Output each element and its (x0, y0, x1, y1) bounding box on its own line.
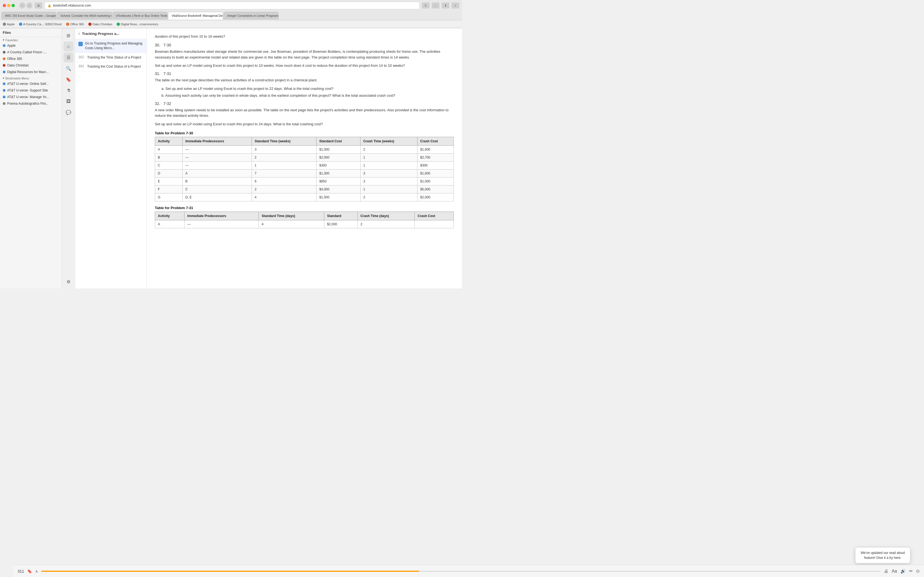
th-activity-30: Activity (155, 137, 183, 145)
tab-bar: ARE 155 Excel Study Guide – Google Sheet… (0, 11, 462, 20)
tab-are155[interactable]: ARE 155 Excel Study Guide – Google Sheet… (2, 12, 57, 19)
td-crashtime-31: 2 (357, 220, 415, 228)
table-cell: 6 (252, 177, 316, 185)
table-cell: F (155, 185, 183, 193)
problem30-subtext: Set up and solve an LP model using Excel… (155, 63, 454, 69)
table-cell: 2 (360, 145, 417, 153)
table-cell: $1,500 (317, 193, 360, 201)
p32-id: 7-32 (163, 102, 171, 106)
sidebar-item-oaks[interactable]: Oaks Christian (0, 62, 61, 69)
tab-vitalsource[interactable]: VitalSource Bookshelf: Managerial Decisi… (168, 12, 223, 19)
th-crashtime-31: Crash Time (days) (357, 211, 415, 220)
problem31-sub-a: a. Set up and solve an LP model using Ex… (162, 86, 454, 92)
table-cell: $2,000 (317, 153, 360, 161)
nav-search-icon[interactable]: 🔍 (63, 63, 73, 73)
sidebar-item-office365[interactable]: Office 365 (0, 55, 61, 62)
table-cell: A (183, 169, 252, 177)
download-button[interactable]: ↓ (432, 2, 439, 8)
fav-oaks[interactable]: Oaks Christian (88, 23, 112, 26)
new-tab-button[interactable]: + (452, 2, 459, 8)
table-row: C—1$3001$300 (155, 161, 454, 169)
sidebar-item-atnt2[interactable]: AT&T U-verse- Support Site (0, 87, 61, 94)
fav-ebsco[interactable]: A Country Ca...: EBSCOhost (19, 23, 61, 26)
p31-num: 31. (155, 71, 160, 76)
td-a-31: A (155, 220, 184, 228)
share-button[interactable]: ⬆ (442, 2, 449, 8)
fav-office365-label: Office 365 (70, 23, 84, 26)
problem32-text2: Set up and solve an LP model using Excel… (155, 121, 454, 127)
refresh-button[interactable]: ↻ (422, 2, 430, 8)
th-crashcost-30: Crash Cost (417, 137, 454, 145)
minimize-button[interactable] (7, 4, 10, 7)
atnt3-icon (3, 96, 5, 98)
fav-office365[interactable]: Office 365 (66, 23, 84, 26)
country-icon (3, 51, 5, 53)
sidebar-item-digital[interactable]: Digital Resources for Macr... (0, 69, 61, 75)
nav-chat-icon[interactable]: 💬 (63, 108, 73, 117)
table-7-31: Activity Immediate Predecessors Standard… (155, 211, 454, 228)
nav-flask-icon[interactable]: ⚗ (63, 85, 73, 95)
table30-title: Table for Problem 7-30 (155, 131, 454, 135)
oaks-dot (88, 23, 92, 26)
nav-grid-icon[interactable]: ⊞ (63, 31, 73, 40)
forward-button[interactable]: › (26, 2, 32, 8)
sidebar-atnt3-label: AT&T U-verse- Manage Yo... (7, 95, 49, 99)
nav-settings-icon[interactable]: ⚙ (63, 277, 73, 287)
tab-solved[interactable]: Solved: Consider the MSA marketing resea… (57, 12, 112, 19)
close-button[interactable] (3, 4, 6, 7)
nav-image-icon[interactable]: 🖼 (63, 97, 73, 106)
atnt1-icon (3, 82, 5, 85)
tab-etextbooks[interactable]: eTextbooks | Rent or Buy Online Textbook… (113, 12, 168, 19)
tab-overview-button[interactable]: ⊞ (35, 2, 42, 8)
table-cell: $1,600 (417, 145, 454, 153)
problem30-text: Bowman Builders manufactures steel stora… (155, 49, 454, 60)
table-cell: E (155, 177, 183, 185)
nav-list-icon[interactable]: ☰ (63, 53, 73, 62)
sidebar-item-poema[interactable]: Poema Autobiografico Fini... (0, 100, 61, 107)
tab-integer[interactable]: Integer Constraints in Linear Programmin… (224, 12, 279, 19)
problem31-label: 31. 7-31 (155, 71, 454, 76)
table-cell: $1,000 (317, 145, 360, 153)
bookmarks-section-label: ▾ Bookmarks Menu (0, 75, 61, 81)
p30-id: 7-30 (163, 43, 171, 47)
sidebar-item-apple[interactable]: Apple (0, 42, 61, 49)
sidebar-item-atnt3[interactable]: AT&T U-verse- Manage Yo... (0, 94, 61, 100)
left-nav: ⊞ ⌂ ☰ 🔍 🔖 ⚗ 🖼 💬 ⚙ (62, 28, 75, 288)
fav-apple[interactable]: Apple (3, 23, 15, 26)
sidebar-country-label: A Country Called Prison :... (7, 50, 47, 54)
address-bar[interactable]: 🔒 bookshelf.vitalsource.com (45, 2, 420, 9)
sidebar-item-country[interactable]: A Country Called Prison :... (0, 49, 61, 55)
nav-bookmark-icon[interactable]: 🔖 (63, 74, 73, 84)
th-crashtime-30: Crash Time (weeks) (360, 137, 417, 145)
th-activity-31: Activity (155, 211, 184, 220)
table-cell: G (155, 193, 183, 201)
table-cell: 1 (360, 161, 417, 169)
toc-back-button[interactable]: ‹ (78, 31, 80, 36)
toc-item-303[interactable]: 303 Tracking the Cost Status of a Projec… (75, 62, 146, 71)
url-text: bookshelf.vitalsource.com (53, 3, 91, 7)
table-row: B—2$2,0001$2,700 (155, 153, 454, 161)
main-layout: Files ▾ Favorites Apple A Country Called… (0, 28, 462, 288)
table-cell: 2 (360, 193, 417, 201)
table-cell: 3 (360, 177, 417, 185)
sidebar-digital-label: Digital Resources for Macr... (7, 70, 48, 74)
browser-toolbar: ‹ › ⊞ 🔒 bookshelf.vitalsource.com ↻ ↓ ⬆ … (0, 0, 462, 11)
table-cell: $1,600 (417, 169, 454, 177)
table-cell: $2,700 (417, 153, 454, 161)
toc-item-icon (78, 42, 83, 46)
fav-digital[interactable]: Digital Reso...croeconomics (116, 23, 158, 26)
table-row: EB6$8503$1,000 (155, 177, 454, 185)
nav-home-icon[interactable]: ⌂ (63, 42, 73, 52)
sidebar-item-atnt1[interactable]: AT&T U-verse- Online Self... (0, 81, 61, 87)
p30-num: 30. (155, 43, 160, 47)
back-button[interactable]: ‹ (19, 2, 25, 8)
digital-icon (3, 71, 5, 73)
table-cell: $300 (317, 161, 360, 169)
maximize-button[interactable] (11, 4, 15, 7)
content-area: duration of this project from 15 to 16 w… (147, 28, 462, 288)
table-row: A — 4 $2,000 2 (155, 220, 454, 228)
fav-digital-label: Digital Reso...croeconomics (121, 23, 158, 26)
toc-active-item[interactable]: Go to Tracking Progress and Managing Cos… (75, 39, 146, 53)
toc-item-302[interactable]: 302 Tracking the Time Status of a Projec… (75, 53, 146, 62)
sidebar-office365-label: Office 365 (7, 57, 22, 61)
